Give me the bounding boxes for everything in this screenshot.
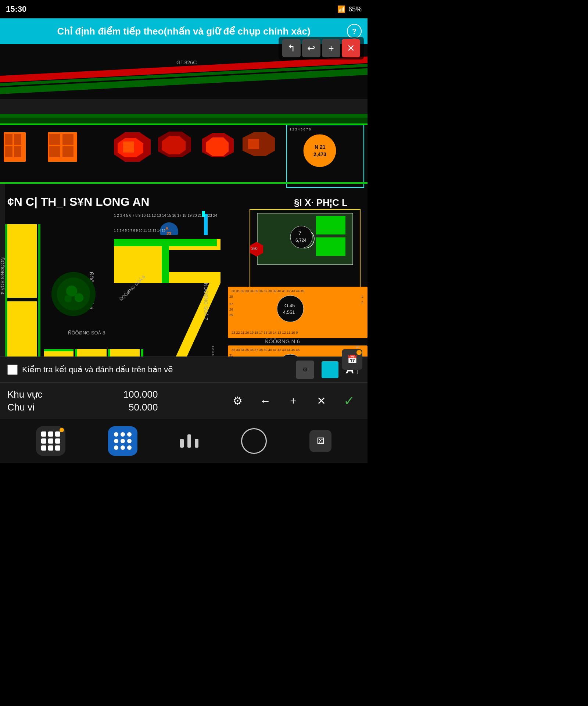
svg-rect-111 <box>77 349 107 356</box>
curve-left-button[interactable]: ↰ <box>282 39 301 57</box>
status-time: 15:30 <box>6 4 26 14</box>
svg-point-61 <box>66 286 77 297</box>
svg-text:30 31 32 33 34 35 36 37 38 39 : 30 31 32 33 34 35 36 37 38 39 40 41 42 4… <box>232 289 304 293</box>
svg-text:7: 7 <box>298 230 301 236</box>
svg-text:1 2 3 4 5 6 7 8 9 10 11 12 13 : 1 2 3 4 5 6 7 8 9 10 11 12 13 14 15 <box>211 345 215 356</box>
svg-text:ÑÖÖØNG SOÁ 7: ÑÖÖØNG SOÁ 7 <box>203 283 209 320</box>
svg-rect-35 <box>0 123 368 125</box>
checkbox-area: Kiểm tra kết quả và đánh dấu trên bản vẽ <box>7 365 173 375</box>
battery-icon: 65% <box>348 6 362 13</box>
svg-rect-122 <box>202 211 205 217</box>
svg-rect-14 <box>5 146 12 157</box>
result-checkbox[interactable] <box>7 365 18 375</box>
svg-text:N  21: N 21 <box>315 144 326 150</box>
confirm-action-button[interactable]: ✓ <box>338 390 360 412</box>
svg-rect-23 <box>123 141 134 153</box>
svg-point-79 <box>277 295 304 322</box>
svg-rect-42 <box>7 301 37 356</box>
svg-text:28: 28 <box>229 295 233 298</box>
back-action-button[interactable]: ← <box>254 390 276 412</box>
undo-button[interactable]: ↩ <box>302 39 320 57</box>
svg-text:§I X· PH¦C L: §I X· PH¦C L <box>294 197 348 208</box>
svg-rect-15 <box>14 146 21 157</box>
bottom-nav: ⚄ <box>0 419 368 463</box>
navigation-lines <box>180 434 198 448</box>
home-circle-button[interactable] <box>241 428 267 454</box>
checkbox-label: Kiểm tra kết quả và đánh dấu trên bản vẽ <box>22 365 173 374</box>
app-icon-button[interactable] <box>36 426 65 456</box>
svg-text:¢N C| TH_I S¥N LONG AN: ¢N C| TH_I S¥N LONG AN <box>7 195 149 208</box>
svg-rect-20 <box>62 146 74 157</box>
svg-rect-114 <box>108 349 110 356</box>
toolbar-top: ↰ ↩ + ✕ <box>279 37 364 60</box>
svg-rect-43 <box>5 224 7 356</box>
svg-rect-5 <box>0 99 368 114</box>
add-action-button[interactable]: + <box>282 390 304 412</box>
svg-rect-6 <box>0 114 368 116</box>
svg-text:6,724: 6,724 <box>295 238 306 243</box>
help-button[interactable]: ? <box>347 24 362 39</box>
svg-rect-112 <box>110 349 140 356</box>
svg-text:31: 31 <box>229 354 233 356</box>
svg-text:2: 2 <box>361 300 363 304</box>
svg-rect-54 <box>114 239 217 246</box>
svg-rect-13 <box>14 134 21 145</box>
app-grid-icon <box>41 431 60 451</box>
svg-text:O  45: O 45 <box>284 303 295 308</box>
svg-rect-19 <box>49 146 60 157</box>
svg-rect-36 <box>0 182 368 184</box>
close-action-button[interactable]: ✕ <box>310 390 332 412</box>
instruction-text: Chỉ định điểm tiếp theo(nhấn và giữ để c… <box>57 26 310 37</box>
svg-text:360: 360 <box>251 247 258 251</box>
nav-line-1 <box>180 439 184 448</box>
svg-point-69 <box>290 226 312 248</box>
svg-rect-41 <box>7 224 37 298</box>
map-area[interactable]: GT.826C ÑÖÖØNG SOÁ 2A <box>0 44 368 356</box>
back-nav-button[interactable]: ⚄ <box>309 430 331 452</box>
svg-text:1 2 3 4 5 6 7 8 9 10 11 12 13 : 1 2 3 4 5 6 7 8 9 10 11 12 13 14 15 16 1… <box>114 214 217 218</box>
map-svg: GT.826C ÑÖÖØNG SOÁ 2A <box>0 44 368 356</box>
calendar-button[interactable]: 📅 <box>342 349 362 370</box>
gear-action-button[interactable]: ⚙ <box>226 390 248 412</box>
svg-marker-27 <box>206 137 229 156</box>
svg-rect-12 <box>5 134 12 145</box>
svg-rect-17 <box>49 134 60 145</box>
svg-point-63 <box>64 295 72 302</box>
calendar-badge <box>356 350 362 355</box>
bottom-bar: Kiểm tra kết quả và đánh dấu trên bản vẽ… <box>0 356 368 382</box>
svg-rect-29 <box>248 139 259 149</box>
svg-text:GT.826C: GT.826C <box>176 60 197 65</box>
close-button[interactable]: ✕ <box>342 39 360 57</box>
svg-text:1  2  3  4  5  6  7  8  9  10 : 1 2 3 4 5 6 7 8 9 10 11 12 13 14 15 <box>114 229 165 232</box>
svg-text:1: 1 <box>361 295 363 298</box>
svg-text:A: A <box>165 226 169 231</box>
svg-point-62 <box>75 293 83 302</box>
notification-badge <box>60 428 64 432</box>
chu-vi-value: 50.000 <box>123 402 158 413</box>
wifi-icon: 📶 <box>337 5 345 13</box>
svg-rect-18 <box>62 134 74 145</box>
svg-rect-44 <box>38 224 40 356</box>
settings-icon-button[interactable]: ⚙ <box>296 361 314 379</box>
teal-color-swatch[interactable] <box>322 361 338 378</box>
svg-point-31 <box>303 134 336 167</box>
add-point-button[interactable]: + <box>322 39 340 57</box>
khu-vuc-value: 100.000 <box>123 389 158 400</box>
svg-text:4,551: 4,551 <box>283 309 295 315</box>
kv-values: 100.000 50.000 <box>123 389 158 413</box>
svg-rect-109 <box>44 349 74 351</box>
svg-text:23 22 21 20 19 18 17 16 15 14 : 23 22 21 20 19 18 17 16 15 14 13 12 11 1… <box>232 331 298 334</box>
menu-dots-button[interactable] <box>108 426 137 456</box>
status-icons: 📶 65% <box>337 5 362 13</box>
svg-text:1 2 3 4 5 6 7 8: 1 2 3 4 5 6 7 8 <box>290 128 311 131</box>
dots-grid-icon <box>114 432 132 450</box>
status-bar: 15:30 📶 65% <box>0 0 368 18</box>
svg-rect-49 <box>204 214 208 236</box>
svg-text:ÑÖÖØNG SOÁ 4: ÑÖÖØNG SOÁ 4 <box>0 257 5 294</box>
svg-text:2,473: 2,473 <box>313 151 326 157</box>
kv-labels: Khu vực Chu vi <box>7 389 43 413</box>
svg-rect-113 <box>75 349 77 356</box>
chu-vi-label: Chu vi <box>7 402 43 413</box>
svg-rect-67 <box>316 216 345 234</box>
nav-line-3 <box>195 439 198 448</box>
